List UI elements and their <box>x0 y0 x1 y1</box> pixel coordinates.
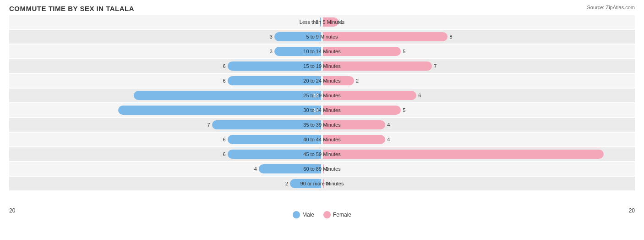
female-bar <box>323 47 401 56</box>
bar-row: 0 Less than 5 Minutes 1 <box>9 15 635 29</box>
female-value-right: 8 <box>449 34 452 39</box>
female-legend-label: Female <box>333 212 351 218</box>
male-bar <box>228 135 321 144</box>
male-value-left: 7 <box>207 122 210 128</box>
male-bar <box>228 150 321 159</box>
right-section: 4 <box>322 118 635 132</box>
chart-title: COMMUTE TIME BY SEX IN TALALA <box>9 5 635 12</box>
male-bar <box>228 76 321 85</box>
female-value-right: 1 <box>340 19 343 25</box>
source-label: Source: ZipAtlas.com <box>587 5 635 10</box>
chart-container: COMMUTE TIME BY SEX IN TALALA Source: Zi… <box>0 0 644 240</box>
male-value-left: 6 <box>223 137 226 142</box>
male-bar-value: 12 <box>310 93 321 98</box>
male-bar <box>212 120 321 129</box>
axis-left: 20 <box>9 207 15 218</box>
female-legend-icon <box>323 211 331 218</box>
male-legend-icon <box>293 211 300 218</box>
male-value-left: 3 <box>270 34 273 39</box>
male-value-left: 4 <box>254 166 257 172</box>
chart-area: 0 Less than 5 Minutes 1 3 5 to 9 Minutes… <box>9 15 635 206</box>
bar-row: 7 35 to 39 Minutes 4 <box>9 118 635 132</box>
female-value-right: 4 <box>387 122 390 128</box>
bar-row: 6 15 to 19 Minutes 7 <box>9 59 635 73</box>
female-bar <box>323 164 324 173</box>
bar-row: 6 40 to 44 Minutes 4 <box>9 133 635 146</box>
axis-labels: 20 Male Female 20 <box>9 207 635 218</box>
female-value-right: 5 <box>403 107 405 113</box>
male-value-zero: 0 <box>316 19 318 25</box>
right-section: 7 <box>322 59 635 73</box>
bar-row: 12 25 to 29 Minutes 6 <box>9 89 635 102</box>
legend-male: Male <box>293 211 314 218</box>
left-section: 13 <box>9 103 322 117</box>
left-section: 4 <box>9 162 322 176</box>
right-section: 8 <box>322 30 635 44</box>
male-legend-label: Male <box>302 212 314 218</box>
male-bar: 13 <box>118 106 321 115</box>
male-bar: 12 <box>134 91 321 100</box>
bar-row: 2 90 or more Minutes 0 <box>9 177 635 190</box>
male-value-left: 3 <box>270 49 273 54</box>
bar-row: 6 20 to 24 Minutes 2 <box>9 74 635 88</box>
bar-row: 3 5 to 9 Minutes 8 <box>9 30 635 44</box>
female-value-right: 4 <box>387 137 390 142</box>
left-section: 6 <box>9 147 322 161</box>
male-bar <box>320 17 321 27</box>
male-bar <box>290 179 321 188</box>
male-bar <box>274 47 321 56</box>
right-section: 6 <box>322 89 635 102</box>
left-section: 0 <box>9 15 322 29</box>
right-section: 0 <box>322 177 635 190</box>
female-bar <box>323 91 416 100</box>
female-value-right: 6 <box>418 93 421 98</box>
male-value-left: 6 <box>223 63 226 69</box>
right-section: 0 <box>322 162 635 176</box>
left-section: 7 <box>9 118 322 132</box>
male-bar <box>274 32 321 41</box>
bar-row: 4 60 to 89 Minutes 0 <box>9 162 635 176</box>
female-bar <box>323 32 448 41</box>
female-bar <box>323 106 401 115</box>
male-bar <box>228 61 321 71</box>
right-section: 4 <box>322 133 635 146</box>
female-bar: 18 <box>323 150 604 159</box>
left-section: 12 <box>9 89 322 102</box>
female-bar <box>323 17 338 27</box>
right-section: 5 <box>322 103 635 117</box>
female-value-zero: 0 <box>326 181 328 186</box>
male-value-left: 6 <box>223 151 226 157</box>
left-section: 6 <box>9 59 322 73</box>
legend-female: Female <box>323 211 351 218</box>
bar-row: 3 10 to 14 Minutes 5 <box>9 45 635 58</box>
left-section: 2 <box>9 177 322 190</box>
right-section: 2 <box>322 74 635 88</box>
female-value-right: 2 <box>356 78 359 84</box>
left-section: 6 <box>9 133 322 146</box>
female-bar <box>323 76 354 85</box>
female-bar <box>323 61 432 71</box>
bar-row: 6 45 to 59 Minutes 18 <box>9 147 635 161</box>
male-bar-value: 13 <box>310 107 321 113</box>
right-section: 5 <box>322 45 635 58</box>
legend: Male Female <box>293 211 351 218</box>
male-value-left: 2 <box>285 181 288 186</box>
female-value-right: 7 <box>434 63 437 69</box>
right-section: 18 <box>322 147 635 161</box>
female-bar <box>323 135 385 144</box>
female-value-zero: 0 <box>326 166 328 172</box>
female-bar-value: 18 <box>323 151 334 157</box>
axis-right: 20 <box>629 207 635 218</box>
bar-row: 13 30 to 34 Minutes 5 <box>9 103 635 117</box>
male-bar <box>259 164 321 173</box>
right-section: 1 <box>322 15 635 29</box>
female-value-right: 5 <box>403 49 405 54</box>
left-section: 3 <box>9 45 322 58</box>
left-section: 3 <box>9 30 322 44</box>
female-bar <box>323 179 324 188</box>
left-section: 6 <box>9 74 322 88</box>
male-value-left: 6 <box>223 78 226 84</box>
female-bar <box>323 120 385 129</box>
